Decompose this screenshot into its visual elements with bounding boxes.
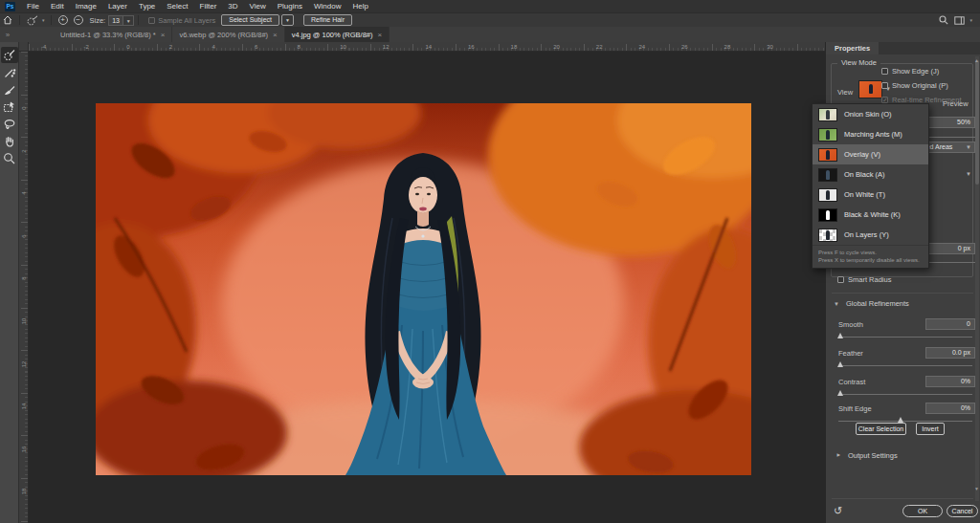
invert-button[interactable]: Invert — [916, 423, 945, 435]
hand-tool[interactable] — [1, 133, 18, 149]
ruler-label: 16 — [468, 44, 475, 50]
view-mode-option[interactable]: Onion Skin (O) — [813, 104, 928, 124]
view-mode-option[interactable]: On Black (A) — [813, 164, 928, 185]
smart-radius-checkbox[interactable]: Smart Radius — [837, 275, 891, 284]
tab-properties[interactable]: Properties — [826, 42, 879, 54]
ruler-label: 14 — [425, 44, 432, 50]
close-icon[interactable]: × — [273, 31, 278, 39]
slider-handle[interactable] — [837, 361, 843, 367]
figure-icon — [869, 84, 873, 94]
quick-selection-tool[interactable] — [1, 47, 18, 63]
scroll-up-icon[interactable]: ▲ — [974, 57, 979, 63]
scroll-down-icon[interactable]: ▼ — [974, 486, 979, 491]
figure-icon — [826, 130, 830, 140]
object-selection-tool[interactable] — [1, 98, 18, 115]
brush-tool[interactable] — [1, 81, 18, 98]
expand-chevron-icon[interactable]: ▼ — [835, 452, 841, 458]
ruler-label: 4 — [21, 188, 27, 198]
radius-field[interactable]: 0 px — [925, 243, 975, 254]
quick-selection-tool-icon — [3, 49, 16, 62]
view-mode-title: View Mode — [837, 58, 880, 67]
view-mode-option[interactable]: Black & White (K) — [813, 205, 928, 225]
select-subject-dropdown[interactable]: ▼ — [281, 14, 294, 26]
slider-handle[interactable] — [837, 333, 843, 338]
slider-handle[interactable] — [837, 390, 843, 396]
slider-label: Shift Edge — [838, 404, 872, 413]
menu-item-image[interactable]: Image — [70, 0, 102, 12]
view-mode-thumbnail[interactable] — [858, 80, 882, 98]
close-icon[interactable]: × — [161, 31, 166, 39]
figure-icon — [826, 150, 830, 160]
brush-size-dropdown[interactable]: ▼ — [123, 15, 134, 26]
menu-item-help[interactable]: Help — [346, 0, 373, 12]
clear-selection-button[interactable]: Clear Selection — [856, 423, 906, 435]
scrollbar-thumb[interactable] — [975, 60, 979, 185]
tool-bar — [0, 42, 19, 523]
chevron-down-icon[interactable]: ▾ — [969, 17, 972, 23]
tab-overflow-icon[interactable]: » — [0, 27, 15, 42]
menu-item-type[interactable]: Type — [133, 0, 161, 12]
add-selection-button[interactable]: + — [58, 15, 68, 25]
menu-item-view[interactable]: View — [244, 0, 272, 12]
menu-item-select[interactable]: Select — [161, 0, 193, 12]
ok-button[interactable]: OK — [902, 505, 943, 517]
contrast-slider[interactable] — [838, 394, 972, 395]
show-edge-checkbox[interactable]: Show Edge (J) — [881, 67, 939, 76]
show-original-checkbox[interactable]: Show Original (P) — [881, 81, 948, 90]
menu-item-filter[interactable]: Filter — [194, 0, 223, 12]
search-icon[interactable] — [936, 15, 951, 25]
view-mode-option[interactable]: On White (T) — [813, 185, 928, 205]
view-mode-option[interactable]: Marching Ants (M) — [813, 124, 928, 144]
document-image[interactable] — [96, 103, 751, 475]
panel-scrollbar[interactable] — [975, 56, 979, 501]
feather-slider[interactable] — [838, 365, 972, 366]
view-mode-option[interactable]: On Layers (Y) — [813, 225, 928, 245]
menu-item-edit[interactable]: Edit — [45, 0, 70, 12]
document-tab[interactable]: v6.webp @ 200% (RGB/8#)× — [172, 27, 284, 42]
ruler-label: 10 — [340, 44, 346, 50]
document-tab[interactable]: Untitled-1 @ 33.3% (RGB/8) *× — [54, 27, 172, 42]
cancel-button[interactable]: Cancel — [947, 505, 978, 517]
menu-bar: Ps FileEditImageLayerTypeSelectFilter3DV… — [0, 0, 980, 12]
ruler-label: 6 — [255, 44, 257, 50]
color-dropdown-chevron-icon[interactable]: ▼ — [966, 171, 971, 177]
output-settings-title[interactable]: Output Settings — [848, 451, 898, 460]
collapse-chevron-icon[interactable]: ▼ — [834, 301, 839, 307]
refine-hair-button[interactable]: Refine Hair — [303, 14, 352, 26]
ants-thumbnail-icon — [818, 128, 837, 142]
slider-label: Smooth — [838, 320, 863, 329]
shift-edge-field[interactable]: 0% — [925, 403, 975, 414]
photoshop-window: Ps FileEditImageLayerTypeSelectFilter3DV… — [0, 0, 980, 523]
document-tab[interactable]: v4.jpg @ 100% (RGB/8#)× — [285, 27, 390, 42]
menu-item-3d[interactable]: 3D — [222, 0, 243, 12]
separator — [51, 15, 52, 25]
workspace-switcher-icon[interactable] — [951, 16, 968, 25]
smooth-field[interactable]: 0 — [925, 318, 975, 330]
menu-item-layer[interactable]: Layer — [102, 0, 133, 12]
brush-size-field[interactable]: 13 — [108, 15, 123, 26]
menu-item-file[interactable]: File — [21, 0, 45, 12]
ruler-label: -2 — [84, 44, 89, 50]
chevron-down-icon[interactable]: ▾ — [42, 17, 45, 23]
menu-item-window[interactable]: Window — [308, 0, 346, 12]
view-mode-option[interactable]: Overlay (V) — [813, 144, 928, 164]
figure-icon — [826, 170, 830, 180]
select-subject-button[interactable]: Select Subject — [221, 14, 279, 26]
feather-field[interactable]: 0.0 px — [925, 347, 975, 359]
home-icon[interactable] — [0, 15, 15, 25]
close-icon[interactable]: × — [377, 31, 382, 39]
object-selection-tool-icon — [3, 100, 16, 114]
quick-selection-brush-icon[interactable] — [24, 15, 42, 26]
menu-item-plugins[interactable]: Plugins — [272, 0, 308, 12]
subtract-selection-button[interactable]: − — [74, 15, 83, 25]
contrast-field[interactable]: 0% — [925, 376, 975, 387]
slider-label: Feather — [838, 349, 863, 358]
opacity-field[interactable]: 50% — [927, 117, 975, 128]
shift-edge-slider[interactable] — [838, 421, 972, 422]
canvas-area[interactable] — [29, 52, 825, 523]
lasso-tool[interactable] — [1, 116, 18, 132]
refine-edge-brush-tool[interactable] — [1, 64, 18, 80]
smooth-slider[interactable] — [838, 337, 972, 338]
reset-icon[interactable]: ↺ — [834, 505, 842, 517]
zoom-tool[interactable] — [1, 150, 18, 166]
